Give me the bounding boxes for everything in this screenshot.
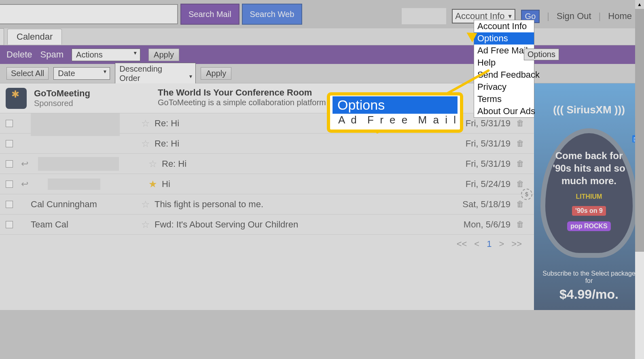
sender-blurred xyxy=(48,178,100,190)
tabs-row: Calendar xyxy=(0,28,644,45)
mail-date: Fri, 5/31/19 xyxy=(446,138,511,149)
trash-icon[interactable]: 🗑 xyxy=(516,119,528,128)
reply-icon: ↩ xyxy=(21,179,28,189)
sender-blurred xyxy=(31,111,120,136)
pager-current[interactable]: 1 xyxy=(487,239,491,249)
pager-prev[interactable]: < xyxy=(474,239,479,249)
divider: | xyxy=(597,11,603,21)
star-icon[interactable]: ☆ xyxy=(140,138,151,149)
star-icon[interactable]: ★ xyxy=(147,178,159,190)
mail-row[interactable]: ↩★HiFri, 5/24/19🗑 xyxy=(0,174,534,194)
row-checkbox[interactable] xyxy=(6,140,13,147)
subject: This fight is personal to me. xyxy=(155,199,446,210)
mail-row[interactable]: ☆Re: HiFri, 5/31/19🗑 xyxy=(0,134,534,154)
siriusxm-logo: ((( SiriusXM ))) xyxy=(538,104,640,116)
spam-button[interactable]: Spam xyxy=(40,49,64,60)
scroll-up-icon[interactable]: ▲ xyxy=(635,0,644,9)
dropdown-item-options[interactable]: Options xyxy=(474,32,534,45)
ad-subtext: Subscribe to the Select package for xyxy=(538,270,640,285)
mail-row[interactable]: Cal Cunningham☆This fight is personal to… xyxy=(0,194,534,215)
pager: << < 1 > >> xyxy=(0,235,534,253)
sponsored-name: GoToMeeting xyxy=(34,88,90,99)
dropdown-item-about-our-ads[interactable]: About Our Ads xyxy=(474,105,534,117)
subject: Fwd: It's About Serving Our Children xyxy=(155,219,446,230)
dropdown-item-account-info[interactable]: Account Info xyxy=(474,20,534,32)
tab-partial[interactable] xyxy=(0,28,4,45)
subject: Re: Hi xyxy=(162,159,446,169)
row-checkbox[interactable] xyxy=(6,181,13,188)
apply-filter-button[interactable]: Apply xyxy=(201,67,231,80)
sponsored-sub: GoToMeeting is a simple collaboration pl… xyxy=(158,98,326,107)
trash-icon[interactable]: 🗑 xyxy=(516,220,528,229)
ad-price: $4.99/mo. xyxy=(538,287,640,302)
pager-first[interactable]: << xyxy=(457,239,467,249)
scrollbar[interactable]: ▲ xyxy=(635,0,644,359)
scroll-thumb[interactable] xyxy=(635,9,644,252)
filter-bar: Select All Date Descending Order Apply xyxy=(0,64,644,83)
ad-chip-90s: '90s on 9 xyxy=(572,206,606,216)
sender-blurred xyxy=(38,157,119,171)
ad-chip-poprocks: pop ROCKS xyxy=(567,221,611,231)
row-checkbox[interactable] xyxy=(6,120,13,127)
trash-icon[interactable]: 🗑 xyxy=(516,179,528,189)
mail-date: Mon, 5/6/19 xyxy=(446,219,511,230)
search-input[interactable] xyxy=(0,4,178,24)
callout-under: A d F r e e M a i l xyxy=(333,114,458,126)
sign-out-link[interactable]: Sign Out xyxy=(557,11,591,21)
subject: Hi xyxy=(162,179,446,189)
sender-name: Team Cal xyxy=(31,219,68,229)
pager-next[interactable]: > xyxy=(499,239,504,249)
mail-row[interactable]: Team Cal☆Fwd: It's About Serving Our Chi… xyxy=(0,215,534,235)
star-icon[interactable]: ☆ xyxy=(140,118,151,129)
delete-button[interactable]: Delete xyxy=(6,49,32,60)
row-checkbox[interactable] xyxy=(6,221,13,228)
options-tooltip: Options xyxy=(524,49,559,60)
ad-chip-lithium: LITHIUM xyxy=(552,193,626,200)
select-all-button[interactable]: Select All xyxy=(6,67,49,80)
star-icon[interactable]: ☆ xyxy=(140,199,151,210)
dropdown-item-terms[interactable]: Terms xyxy=(474,93,534,105)
callout-title: Options xyxy=(333,96,458,114)
mail-row[interactable]: ↩☆Re: HiFri, 5/31/19🗑 xyxy=(0,154,534,174)
divider: | xyxy=(545,11,551,21)
sidebar-ad[interactable]: ▷ ((( SiriusXM ))) Come back for '90s hi… xyxy=(534,83,644,310)
mail-date: Sat, 5/18/19 xyxy=(446,199,511,210)
star-icon[interactable]: ☆ xyxy=(147,158,159,170)
search-web-button[interactable]: Search Web xyxy=(242,4,303,25)
ad-info-icon[interactable]: $ xyxy=(521,189,532,200)
pager-last[interactable]: >> xyxy=(511,239,522,249)
trash-icon[interactable]: 🗑 xyxy=(516,139,528,148)
user-name-blurred xyxy=(402,8,446,24)
sort-field-select[interactable]: Date xyxy=(53,67,110,80)
sponsored-tag: Sponsored xyxy=(34,99,90,108)
actions-select[interactable]: Actions xyxy=(72,49,140,61)
tab-calendar[interactable]: Calendar xyxy=(7,29,62,45)
sender-name: Cal Cunningham xyxy=(31,199,97,209)
star-icon[interactable]: ☆ xyxy=(140,219,151,230)
apply-actions-button[interactable]: Apply xyxy=(148,49,179,61)
account-dropdown[interactable]: Account InfoOptionsAd Free MailHelpSend … xyxy=(474,20,534,118)
trash-icon[interactable]: 🗑 xyxy=(516,200,528,209)
callout-highlight: Options A d F r e e M a i l xyxy=(327,92,463,133)
reply-icon: ↩ xyxy=(21,159,28,169)
sort-order-select[interactable]: Descending Order xyxy=(115,63,196,85)
row-checkbox[interactable] xyxy=(6,201,13,208)
trash-icon[interactable]: 🗑 xyxy=(516,159,528,168)
ad-headline: Come back for '90s hits and so much more… xyxy=(552,149,626,187)
sponsored-headline: The World Is Your Conference Room xyxy=(158,87,326,98)
mail-date: Fri, 5/24/19 xyxy=(446,179,511,189)
subject: Re: Hi xyxy=(155,138,446,149)
mail-date: Fri, 5/31/19 xyxy=(446,159,511,169)
top-bar: Search Mail Search Web Account Info Go |… xyxy=(0,0,644,28)
home-link[interactable]: Home xyxy=(608,11,632,21)
gotomeeting-logo-icon xyxy=(6,88,27,109)
dropdown-item-privacy[interactable]: Privacy xyxy=(474,81,534,93)
search-mail-button[interactable]: Search Mail xyxy=(180,4,239,25)
row-checkbox[interactable] xyxy=(6,160,13,168)
